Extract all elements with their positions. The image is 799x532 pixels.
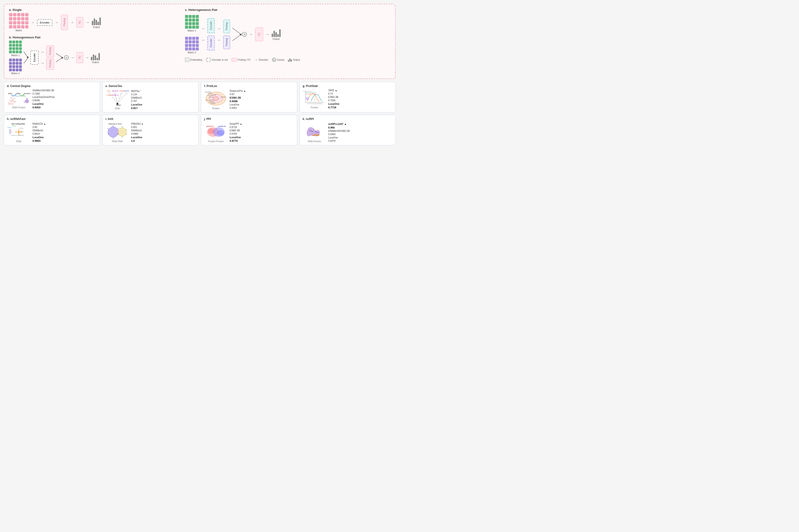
score-label-e-1: DNABert2 <box>131 96 142 99</box>
score-row-f-0: DeepLocPro ▲ <box>230 90 294 92</box>
svg-text:tRNAs: tRNAs <box>12 125 16 127</box>
task-i-content: Influenza A Virus <box>106 122 196 143</box>
score-row-e-0: BERTax * <box>131 89 196 93</box>
task-i-image: Influenza A Virus <box>106 122 129 143</box>
pooling-box: Pooling <box>61 15 68 30</box>
score-row-j-1: ESM2-3B <box>230 129 294 132</box>
encoder-box: Encoder <box>37 19 52 26</box>
matrix-cell <box>189 22 192 25</box>
matrix-cell <box>19 62 22 65</box>
svg-line-29 <box>113 93 115 94</box>
legend-concat: ⊕ Concat <box>272 58 284 62</box>
task-h-scores: RNAGCN ▲ 0.90 DNABert2 0.9610 LucaOne <box>33 122 97 142</box>
score-number-e-0: 0.124 <box>131 93 137 96</box>
score-row-d-1: LucaOne(Gene/Prot) <box>33 96 97 98</box>
hetero-poolings: Pooling Pooling <box>223 20 230 49</box>
matrix-cell <box>189 15 192 18</box>
bar <box>95 56 96 60</box>
svg-text:replication: replication <box>8 103 14 104</box>
matrix-cell <box>17 17 20 20</box>
matrix-cell <box>189 25 192 29</box>
score-row-k-1: DNABert2/ESM2-3B <box>328 130 393 132</box>
homo-matrix2 <box>9 59 22 71</box>
task-card-d: d. Central Dogma DNA RNA Protein transcr… <box>4 82 100 112</box>
homo-matrix2-label: Matrix 2 <box>9 72 22 75</box>
homo-output-label: Output <box>91 61 100 63</box>
arrow-to-output: → <box>85 56 89 60</box>
svg-text:RNA: RNA <box>16 93 21 95</box>
bar <box>98 53 100 60</box>
svg-text:LUCA: LUCA <box>116 104 120 106</box>
score-row-g-0: TAPE ▲ <box>328 89 393 92</box>
task-d-image: DNA RNA Protein transcription translatio… <box>7 89 31 109</box>
svg-line-4 <box>233 28 241 34</box>
score-val-k-1: 0.9460 <box>328 133 393 136</box>
score-number-d-1: 0.8048 <box>33 99 40 102</box>
task-f-modality: Protein <box>212 107 220 110</box>
task-i-title: i. InfA <box>106 117 196 121</box>
task-g-image: Fraction of cells FITC Fluorescence inte… <box>303 89 327 109</box>
hetero-arrows2: → → <box>217 26 221 42</box>
matrix-cell <box>9 21 12 24</box>
matrix-cell <box>19 65 22 68</box>
single-diagram: Matrix → Encoder → Pooling → FC <box>9 13 180 32</box>
svg-line-28 <box>109 93 110 94</box>
task-j-image: protein A protein B Protein-Protein <box>204 122 228 143</box>
homo-matrix1 <box>9 40 22 53</box>
output-container: Output <box>92 17 101 28</box>
svg-text:Flagellum: Flagellum <box>210 103 216 104</box>
bar <box>99 18 101 25</box>
single-matrix-label: Matrix <box>9 29 29 32</box>
svg-line-34 <box>122 93 123 94</box>
score-row-i-1: DNABert2 <box>131 129 196 132</box>
homo-matrices: Matrix 1 <box>9 40 22 75</box>
bottom-grid: d. Central Dogma DNA RNA Protein transcr… <box>4 82 396 145</box>
task-g-scores: TAPE ▲ 0.73 ESM2-3B 0.7556 LucaOne <box>328 89 393 109</box>
task-d-modality: DNA-Protein <box>12 106 25 109</box>
score-label-f-1: ESM2-3B <box>230 96 241 99</box>
spacer <box>41 55 44 60</box>
output-bars-homo <box>91 52 100 60</box>
hetero-fc: FC <box>255 27 263 41</box>
homo-pool1: Pooling <box>46 45 54 57</box>
bar <box>290 58 290 62</box>
score-label-k-1: DNABert2/ESM2-3B <box>328 130 350 132</box>
svg-text:Eukarya: Eukarya <box>125 90 129 92</box>
matrix-cell <box>25 21 29 24</box>
matrix-cell <box>25 17 29 20</box>
matrix-cell <box>13 17 16 20</box>
svg-line-16 <box>27 98 28 99</box>
matrix-cell <box>192 40 195 43</box>
legend-concat-icon: ⊕ <box>272 58 276 62</box>
score-label-i-1: DNABert2 <box>131 129 142 132</box>
score-label-g-2: LucaOne <box>328 102 339 105</box>
score-label-e-2: LucaOne <box>131 103 142 106</box>
score-val-k-0: 0.966 <box>328 126 393 129</box>
svg-point-96 <box>314 134 315 135</box>
task-g-content: Fraction of cells FITC Fluorescence inte… <box>303 89 393 109</box>
homo-output: Output <box>91 52 100 63</box>
task-card-h: h. ncRNAFam Non-coding RNA rRNAs tRNAs s… <box>4 115 100 145</box>
bar <box>97 22 99 25</box>
score-row-e-2: LucaOne <box>131 103 196 106</box>
matrix-cell <box>21 13 24 16</box>
task-d-content: DNA RNA Protein transcription translatio… <box>7 89 97 109</box>
score-val-d-1: 0.8048 <box>33 99 97 102</box>
hetero-label: c. Heterogeneous Pair <box>185 8 390 12</box>
homo-section: b. Homogeneous Pair <box>9 36 180 75</box>
output-label: Output <box>92 26 101 28</box>
task-k-content: RNA-Protein ncRPI-LGAT ▲ 0.966 DNABert2/… <box>303 122 393 143</box>
score-number-j-0: 0.9719 <box>230 126 237 129</box>
score-number-f-2: 0.9452 <box>230 107 237 109</box>
svg-text:rRNAs: rRNAs <box>7 127 12 128</box>
score-label-g-0: TAPE ▲ <box>328 89 337 92</box>
task-d-scores: DNABert2/ESM2-3B 0.7309 LucaOne(Gene/Pro… <box>33 89 97 109</box>
svg-text:Fimbriae: Fimbriae <box>208 93 212 94</box>
task-j-modality: Protein-Protein <box>208 140 224 143</box>
matrix-cell <box>196 48 199 51</box>
task-i-modality: RNA-RNA <box>112 140 123 143</box>
svg-text:inner membrane: inner membrane <box>207 94 216 96</box>
score-val-f-0: 0.92 <box>230 93 294 96</box>
hetero-concat-symbol: ⊕ <box>242 32 247 37</box>
matrix-cell <box>196 15 199 18</box>
